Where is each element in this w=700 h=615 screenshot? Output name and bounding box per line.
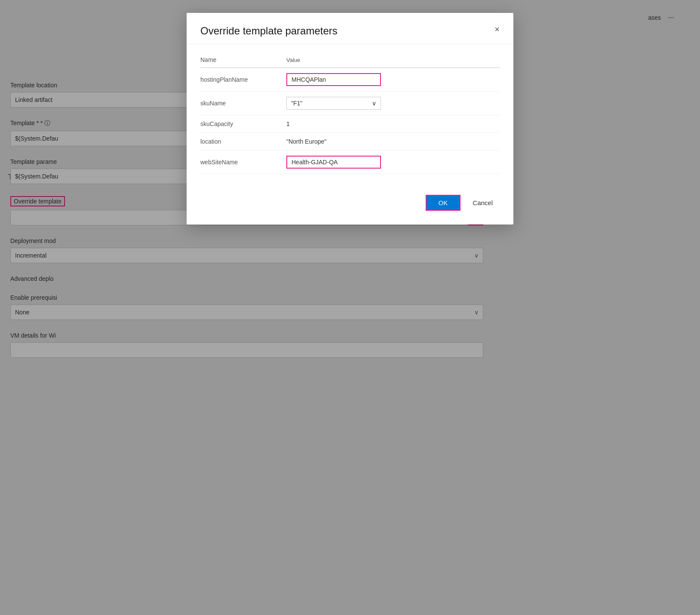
param-name-1: skuName xyxy=(200,92,286,115)
table-row: skuCapacity 1 xyxy=(200,115,500,133)
ok-button[interactable]: OK xyxy=(426,195,461,211)
table-row: webSiteName xyxy=(200,151,500,174)
sku-name-value: "F1" xyxy=(291,100,302,107)
table-row: location "North Europe" xyxy=(200,133,500,151)
override-modal: Override template parameters × Name Valu… xyxy=(187,13,513,224)
sku-name-chevron: ∨ xyxy=(372,100,376,107)
param-name-3: location xyxy=(200,133,286,151)
param-value-0 xyxy=(286,68,500,92)
modal-footer: OK Cancel xyxy=(187,188,513,224)
param-value-4 xyxy=(286,151,500,174)
param-value-1: "F1" ∨ xyxy=(286,92,500,115)
modal-close-button[interactable]: × xyxy=(494,25,500,34)
modal-title: Override template parameters xyxy=(200,25,338,37)
param-name-0: hostingPlanName xyxy=(200,68,286,92)
modal-overlay: Override template parameters × Name Valu… xyxy=(0,0,700,615)
param-name-4: webSiteName xyxy=(200,151,286,174)
value-column-header: Value xyxy=(286,53,500,68)
modal-body: Name Value hostingPlanName skuName xyxy=(187,44,513,188)
param-value-2: 1 xyxy=(286,115,500,133)
name-column-header: Name xyxy=(200,53,286,68)
params-table: Name Value hostingPlanName skuName xyxy=(200,53,500,174)
param-name-2: skuCapacity xyxy=(200,115,286,133)
website-name-input[interactable] xyxy=(286,156,381,169)
table-row: hostingPlanName xyxy=(200,68,500,92)
location-value: "North Europe" xyxy=(286,135,326,148)
modal-header: Override template parameters × xyxy=(187,13,513,44)
sku-name-dropdown[interactable]: "F1" ∨ xyxy=(286,97,381,110)
sku-capacity-value: 1 xyxy=(286,118,290,130)
table-row: skuName "F1" ∨ xyxy=(200,92,500,115)
hosting-plan-input[interactable] xyxy=(286,73,381,86)
param-value-3: "North Europe" xyxy=(286,133,500,151)
cancel-button[interactable]: Cancel xyxy=(466,196,500,210)
